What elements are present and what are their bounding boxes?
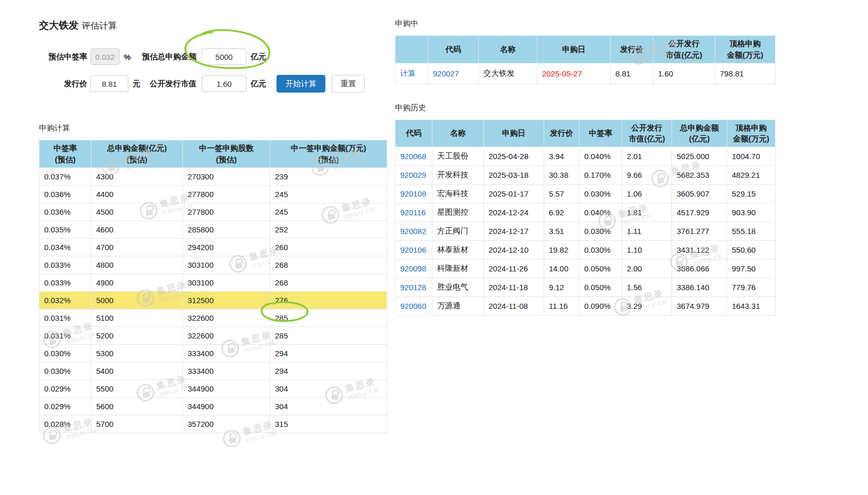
stock-name-cell: 交大铁发 [479, 63, 537, 84]
form-row-rate-amount: 预估中签率 % 预估总申购金额 亿元 [39, 47, 387, 66]
calculator-panel: 交大铁发评估计算 预估中签率 % 预估总申购金额 亿元 发行价 元 公开发行市值 [39, 20, 387, 433]
shares-cell: 322600 [183, 327, 270, 344]
stock-code-link[interactable]: 920029 [400, 171, 426, 179]
stock-code-link[interactable]: 920082 [400, 227, 426, 236]
shares-cell: 303100 [183, 273, 270, 291]
stock-code-link[interactable]: 920116 [400, 208, 426, 217]
header-row: 代码 名称 申购日 发行价 中签率 公开发行 市值(亿元) 总申购金额 (亿元)… [396, 120, 775, 147]
page-title: 交大铁发评估计算 [39, 20, 387, 32]
stock-code-link[interactable]: 920098 [400, 264, 426, 273]
total-amount-cell: 5400 [91, 362, 183, 380]
shares-cell: 357200 [183, 415, 270, 433]
shares-cell: 285800 [183, 220, 270, 238]
total-amount-cell: 3886.066 [672, 259, 727, 278]
total-amount-input[interactable] [202, 48, 246, 65]
max-amount-cell: 4829.21 [727, 166, 775, 185]
win-rate-cell: 0.050% [580, 278, 622, 297]
subscribe-date-cell: 2024-12-17 [484, 222, 544, 241]
history-table-body: 920068 天工股份 2025-04-28 3.94 0.040% 2.01 … [396, 147, 775, 316]
issue-price-cell: 5.57 [544, 185, 580, 203]
subscribe-date-cell: 2024-12-10 [484, 241, 544, 259]
column-header-total-amount: 总申购金额(亿元) (预估) [91, 140, 183, 168]
table-row: 0.035% 4600 285800 252 [40, 220, 387, 238]
market-value-cell: 1.10 [622, 241, 672, 259]
amount-per-lot-cell: 239 [270, 167, 387, 185]
rate-cell: 0.033% [40, 256, 91, 273]
estimated-rate-input[interactable] [90, 48, 120, 65]
table-row: 0.029% 5600 344900 304 [40, 397, 387, 415]
max-amount-cell: 798.81 [715, 63, 775, 84]
issue-price-group: 元 [90, 75, 138, 92]
stock-name-cell: 星图测控 [432, 203, 484, 222]
total-amount-group: 亿元 [202, 48, 269, 65]
table-row: 920098 科隆新材 2024-11-26 14.00 0.050% 2.00… [396, 259, 775, 278]
column-header-mv: 公开发行 市值(亿元) [653, 36, 715, 63]
rate-cell: 0.028% [40, 415, 91, 433]
max-amount-cell: 903.90 [727, 203, 775, 222]
subscribe-date-cell: 2024-11-26 [484, 259, 544, 278]
stock-code-link[interactable]: 920106 [400, 245, 426, 254]
subscribing-table-body: 计算 920027 交大铁发 2025-05-27 8.81 1.60 798.… [396, 63, 775, 84]
max-amount-cell: 1004.70 [727, 147, 775, 166]
history-title: 申购历史 [395, 103, 775, 112]
issue-price-cell: 30.38 [544, 166, 580, 185]
rate-cell: 0.034% [40, 238, 91, 256]
estimated-rate-group: % [90, 48, 138, 65]
market-value-cell: 1.56 [622, 278, 672, 297]
header-row: 代码 名称 申购日 发行价 公开发行 市值(亿元) 顶格申购 金额(万元) [396, 36, 775, 63]
column-header-shares: 中一签申购股数 (预估) [183, 140, 270, 168]
column-header-code: 代码 [396, 120, 432, 147]
stock-name-cell: 胜业电气 [432, 278, 484, 297]
column-header-date: 申购日 [484, 120, 544, 147]
table-row: 0.031% 5200 322600 285 [40, 327, 387, 344]
column-header-max-amount: 顶格申购 金额(万元) [715, 36, 775, 63]
stock-name-cell: 开发科技 [432, 166, 484, 185]
total-amount-cell: 5100 [91, 309, 183, 327]
reset-button[interactable]: 重置 [332, 75, 365, 93]
total-amount-cell: 4600 [91, 220, 183, 238]
market-value-label: 公开发行市值 [138, 79, 196, 89]
column-header-rate: 中签率 (预估) [40, 140, 91, 168]
total-amount-cell: 3674.979 [672, 297, 727, 316]
stock-code-link[interactable]: 920068 [400, 152, 426, 161]
issue-price-input[interactable] [90, 75, 128, 92]
market-value-cell: 3.29 [622, 297, 672, 316]
market-value-input[interactable] [202, 75, 246, 92]
issue-price-cell: 8.81 [611, 63, 653, 84]
table-row: 920082 方正阀门 2024-12-17 3.51 0.030% 1.11 … [396, 222, 775, 241]
stock-code-link[interactable]: 920060 [400, 302, 426, 310]
amount-per-lot-cell: 294 [270, 362, 387, 380]
column-header-action [396, 36, 428, 63]
estimated-rate-label: 预估中签率 [39, 52, 87, 62]
stock-code-link[interactable]: 920128 [400, 283, 426, 292]
max-amount-cell: 550.60 [727, 241, 775, 259]
amount-per-lot-cell: 268 [270, 256, 387, 273]
calc-action-link[interactable]: 计算 [400, 69, 416, 77]
column-header-name: 名称 [432, 120, 484, 147]
total-amount-cell: 4700 [91, 238, 183, 256]
stock-code-link[interactable]: 920108 [400, 189, 426, 198]
subscribing-table: 代码 名称 申购日 发行价 公开发行 市值(亿元) 顶格申购 金额(万元) 计算… [395, 35, 775, 84]
total-amount-cell: 5200 [91, 327, 183, 344]
history-table: 代码 名称 申购日 发行价 中签率 公开发行 市值(亿元) 总申购金额 (亿元)… [395, 120, 775, 316]
issue-price-cell: 6.92 [544, 203, 580, 222]
total-amount-label: 预估总申购金额 [138, 52, 196, 62]
shares-cell: 270300 [183, 167, 270, 185]
rate-cell: 0.032% [40, 291, 91, 309]
start-calculation-button[interactable]: 开始计算 [277, 75, 325, 93]
total-amount-cell: 4517.929 [672, 203, 727, 222]
stock-code-link[interactable]: 920027 [433, 69, 459, 78]
win-rate-cell: 0.040% [580, 203, 622, 222]
total-amount-cell: 3605.907 [672, 185, 727, 203]
market-value-cell: 1.11 [622, 222, 672, 241]
table-row: 0.030% 5300 333400 294 [40, 344, 387, 362]
total-amount-cell: 5000 [91, 291, 183, 309]
table-row: 0.029% 5500 344900 304 [40, 380, 387, 397]
issue-price-cell: 3.94 [544, 147, 580, 166]
win-rate-cell: 0.040% [580, 147, 622, 166]
issue-price-cell: 14.00 [544, 259, 580, 278]
max-amount-cell: 529.15 [727, 185, 775, 203]
total-amount-cell: 3761.277 [672, 222, 727, 241]
market-value-cell: 1.81 [622, 203, 672, 222]
shares-cell: 303100 [183, 256, 270, 273]
